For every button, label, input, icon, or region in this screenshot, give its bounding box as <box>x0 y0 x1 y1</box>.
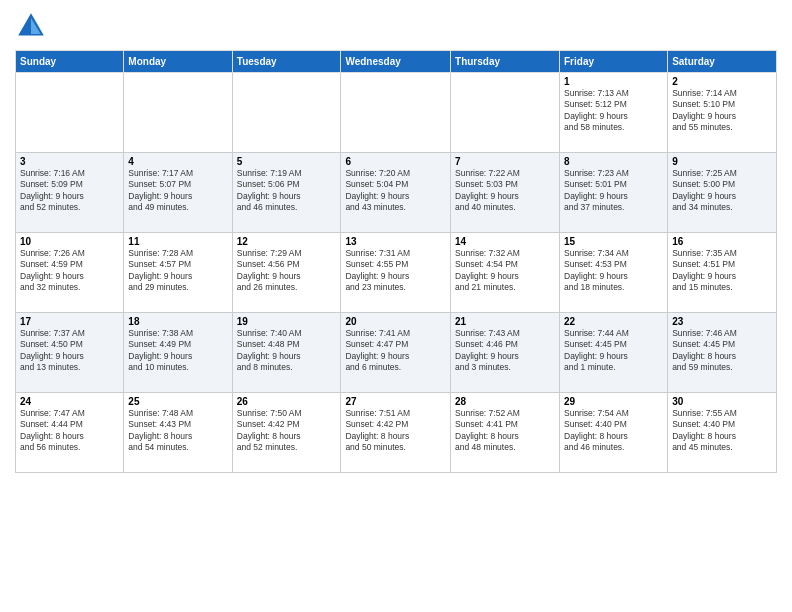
day-number: 7 <box>455 156 555 167</box>
calendar-cell: 24Sunrise: 7:47 AM Sunset: 4:44 PM Dayli… <box>16 393 124 473</box>
column-header-tuesday: Tuesday <box>232 51 341 73</box>
calendar-cell: 6Sunrise: 7:20 AM Sunset: 5:04 PM Daylig… <box>341 153 451 233</box>
day-info: Sunrise: 7:38 AM Sunset: 4:49 PM Dayligh… <box>128 328 227 374</box>
calendar-cell: 23Sunrise: 7:46 AM Sunset: 4:45 PM Dayli… <box>668 313 777 393</box>
calendar-cell: 16Sunrise: 7:35 AM Sunset: 4:51 PM Dayli… <box>668 233 777 313</box>
calendar-cell: 1Sunrise: 7:13 AM Sunset: 5:12 PM Daylig… <box>560 73 668 153</box>
calendar-header: SundayMondayTuesdayWednesdayThursdayFrid… <box>16 51 777 73</box>
day-info: Sunrise: 7:17 AM Sunset: 5:07 PM Dayligh… <box>128 168 227 214</box>
column-header-saturday: Saturday <box>668 51 777 73</box>
calendar-cell: 2Sunrise: 7:14 AM Sunset: 5:10 PM Daylig… <box>668 73 777 153</box>
day-number: 16 <box>672 236 772 247</box>
calendar-cell: 25Sunrise: 7:48 AM Sunset: 4:43 PM Dayli… <box>124 393 232 473</box>
calendar-cell: 20Sunrise: 7:41 AM Sunset: 4:47 PM Dayli… <box>341 313 451 393</box>
day-number: 17 <box>20 316 119 327</box>
day-number: 22 <box>564 316 663 327</box>
calendar-cell: 3Sunrise: 7:16 AM Sunset: 5:09 PM Daylig… <box>16 153 124 233</box>
day-info: Sunrise: 7:25 AM Sunset: 5:00 PM Dayligh… <box>672 168 772 214</box>
day-info: Sunrise: 7:44 AM Sunset: 4:45 PM Dayligh… <box>564 328 663 374</box>
day-info: Sunrise: 7:46 AM Sunset: 4:45 PM Dayligh… <box>672 328 772 374</box>
day-number: 30 <box>672 396 772 407</box>
day-info: Sunrise: 7:22 AM Sunset: 5:03 PM Dayligh… <box>455 168 555 214</box>
day-number: 10 <box>20 236 119 247</box>
calendar-cell: 12Sunrise: 7:29 AM Sunset: 4:56 PM Dayli… <box>232 233 341 313</box>
calendar-cell: 21Sunrise: 7:43 AM Sunset: 4:46 PM Dayli… <box>451 313 560 393</box>
day-info: Sunrise: 7:31 AM Sunset: 4:55 PM Dayligh… <box>345 248 446 294</box>
day-info: Sunrise: 7:48 AM Sunset: 4:43 PM Dayligh… <box>128 408 227 454</box>
calendar-cell: 8Sunrise: 7:23 AM Sunset: 5:01 PM Daylig… <box>560 153 668 233</box>
day-info: Sunrise: 7:16 AM Sunset: 5:09 PM Dayligh… <box>20 168 119 214</box>
day-info: Sunrise: 7:29 AM Sunset: 4:56 PM Dayligh… <box>237 248 337 294</box>
calendar-cell: 9Sunrise: 7:25 AM Sunset: 5:00 PM Daylig… <box>668 153 777 233</box>
day-info: Sunrise: 7:19 AM Sunset: 5:06 PM Dayligh… <box>237 168 337 214</box>
week-row-4: 24Sunrise: 7:47 AM Sunset: 4:44 PM Dayli… <box>16 393 777 473</box>
logo-icon <box>15 10 47 42</box>
day-info: Sunrise: 7:35 AM Sunset: 4:51 PM Dayligh… <box>672 248 772 294</box>
column-header-monday: Monday <box>124 51 232 73</box>
day-info: Sunrise: 7:47 AM Sunset: 4:44 PM Dayligh… <box>20 408 119 454</box>
day-number: 12 <box>237 236 337 247</box>
day-info: Sunrise: 7:51 AM Sunset: 4:42 PM Dayligh… <box>345 408 446 454</box>
day-info: Sunrise: 7:41 AM Sunset: 4:47 PM Dayligh… <box>345 328 446 374</box>
calendar-cell: 27Sunrise: 7:51 AM Sunset: 4:42 PM Dayli… <box>341 393 451 473</box>
calendar-cell: 19Sunrise: 7:40 AM Sunset: 4:48 PM Dayli… <box>232 313 341 393</box>
day-info: Sunrise: 7:13 AM Sunset: 5:12 PM Dayligh… <box>564 88 663 134</box>
week-row-0: 1Sunrise: 7:13 AM Sunset: 5:12 PM Daylig… <box>16 73 777 153</box>
day-number: 21 <box>455 316 555 327</box>
week-row-1: 3Sunrise: 7:16 AM Sunset: 5:09 PM Daylig… <box>16 153 777 233</box>
svg-marker-1 <box>31 18 41 34</box>
day-number: 18 <box>128 316 227 327</box>
calendar-cell <box>451 73 560 153</box>
day-info: Sunrise: 7:34 AM Sunset: 4:53 PM Dayligh… <box>564 248 663 294</box>
day-number: 19 <box>237 316 337 327</box>
day-number: 24 <box>20 396 119 407</box>
day-number: 25 <box>128 396 227 407</box>
header <box>15 10 777 42</box>
week-row-3: 17Sunrise: 7:37 AM Sunset: 4:50 PM Dayli… <box>16 313 777 393</box>
logo <box>15 10 51 42</box>
day-info: Sunrise: 7:54 AM Sunset: 4:40 PM Dayligh… <box>564 408 663 454</box>
day-info: Sunrise: 7:32 AM Sunset: 4:54 PM Dayligh… <box>455 248 555 294</box>
day-number: 20 <box>345 316 446 327</box>
calendar-cell: 11Sunrise: 7:28 AM Sunset: 4:57 PM Dayli… <box>124 233 232 313</box>
day-info: Sunrise: 7:52 AM Sunset: 4:41 PM Dayligh… <box>455 408 555 454</box>
calendar-cell: 17Sunrise: 7:37 AM Sunset: 4:50 PM Dayli… <box>16 313 124 393</box>
day-info: Sunrise: 7:28 AM Sunset: 4:57 PM Dayligh… <box>128 248 227 294</box>
calendar-cell: 18Sunrise: 7:38 AM Sunset: 4:49 PM Dayli… <box>124 313 232 393</box>
calendar-cell: 22Sunrise: 7:44 AM Sunset: 4:45 PM Dayli… <box>560 313 668 393</box>
day-number: 23 <box>672 316 772 327</box>
day-info: Sunrise: 7:55 AM Sunset: 4:40 PM Dayligh… <box>672 408 772 454</box>
day-number: 26 <box>237 396 337 407</box>
calendar-cell: 26Sunrise: 7:50 AM Sunset: 4:42 PM Dayli… <box>232 393 341 473</box>
column-header-wednesday: Wednesday <box>341 51 451 73</box>
day-info: Sunrise: 7:20 AM Sunset: 5:04 PM Dayligh… <box>345 168 446 214</box>
calendar-cell: 7Sunrise: 7:22 AM Sunset: 5:03 PM Daylig… <box>451 153 560 233</box>
calendar-cell: 4Sunrise: 7:17 AM Sunset: 5:07 PM Daylig… <box>124 153 232 233</box>
day-info: Sunrise: 7:37 AM Sunset: 4:50 PM Dayligh… <box>20 328 119 374</box>
day-info: Sunrise: 7:50 AM Sunset: 4:42 PM Dayligh… <box>237 408 337 454</box>
calendar-cell: 30Sunrise: 7:55 AM Sunset: 4:40 PM Dayli… <box>668 393 777 473</box>
column-header-sunday: Sunday <box>16 51 124 73</box>
day-info: Sunrise: 7:23 AM Sunset: 5:01 PM Dayligh… <box>564 168 663 214</box>
day-number: 2 <box>672 76 772 87</box>
day-number: 8 <box>564 156 663 167</box>
column-header-friday: Friday <box>560 51 668 73</box>
calendar-cell <box>232 73 341 153</box>
day-number: 1 <box>564 76 663 87</box>
day-number: 5 <box>237 156 337 167</box>
day-info: Sunrise: 7:26 AM Sunset: 4:59 PM Dayligh… <box>20 248 119 294</box>
day-number: 15 <box>564 236 663 247</box>
calendar-cell: 5Sunrise: 7:19 AM Sunset: 5:06 PM Daylig… <box>232 153 341 233</box>
calendar-cell <box>16 73 124 153</box>
day-number: 3 <box>20 156 119 167</box>
calendar-cell: 29Sunrise: 7:54 AM Sunset: 4:40 PM Dayli… <box>560 393 668 473</box>
day-info: Sunrise: 7:14 AM Sunset: 5:10 PM Dayligh… <box>672 88 772 134</box>
calendar-cell: 13Sunrise: 7:31 AM Sunset: 4:55 PM Dayli… <box>341 233 451 313</box>
calendar-cell: 14Sunrise: 7:32 AM Sunset: 4:54 PM Dayli… <box>451 233 560 313</box>
week-row-2: 10Sunrise: 7:26 AM Sunset: 4:59 PM Dayli… <box>16 233 777 313</box>
header-row: SundayMondayTuesdayWednesdayThursdayFrid… <box>16 51 777 73</box>
day-number: 9 <box>672 156 772 167</box>
calendar-table: SundayMondayTuesdayWednesdayThursdayFrid… <box>15 50 777 473</box>
calendar-cell: 15Sunrise: 7:34 AM Sunset: 4:53 PM Dayli… <box>560 233 668 313</box>
day-number: 14 <box>455 236 555 247</box>
